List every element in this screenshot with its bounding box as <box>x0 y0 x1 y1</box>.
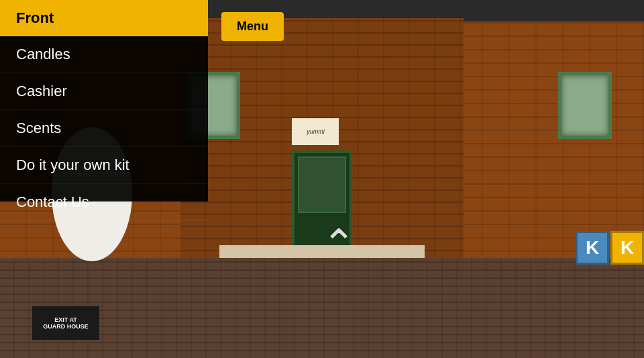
alphabet-blocks: K K <box>576 231 644 265</box>
nav-item-diy-kit[interactable]: Do it your own kit <box>0 147 208 184</box>
nav-item-front[interactable]: Front <box>0 0 208 36</box>
exit-sign-line2: GUARD HOUSE <box>43 323 89 330</box>
nav-item-contact-us[interactable]: Contact Us <box>0 184 208 221</box>
store-sign: yummi <box>292 118 339 145</box>
block-k2: K <box>610 231 644 265</box>
nav-item-candles[interactable]: Candles <box>0 36 208 73</box>
right-window <box>558 72 612 139</box>
menu-button[interactable]: Menu <box>221 12 284 41</box>
navigation-menu: Front Candles Cashier Scents Do it your … <box>0 0 208 202</box>
exit-sign: EXIT AT GUARD HOUSE <box>32 306 99 340</box>
block-k: K <box>576 231 609 265</box>
nav-item-cashier[interactable]: Cashier <box>0 73 208 110</box>
nav-item-scents[interactable]: Scents <box>0 110 208 147</box>
store-sign-text: yummi <box>307 128 325 135</box>
exit-sign-line1: EXIT AT <box>54 316 77 323</box>
